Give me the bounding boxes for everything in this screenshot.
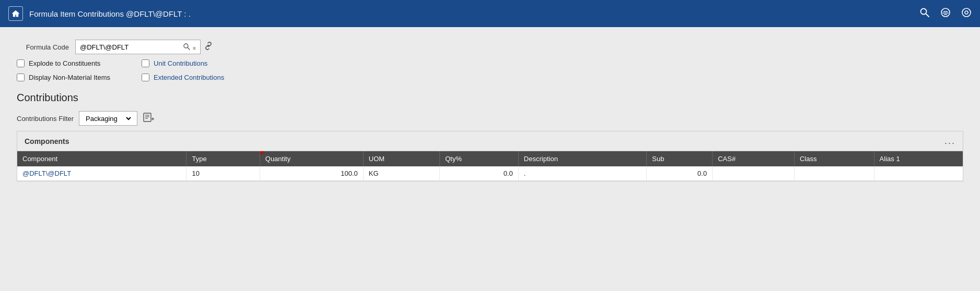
- col-component: Component: [17, 151, 186, 166]
- components-container: Components ... Component Type Quantity U…: [17, 131, 963, 181]
- formula-code-label: Formula Code: [17, 43, 69, 51]
- col-sub: Sub: [647, 151, 713, 166]
- formula-input-wrap: ≡: [75, 40, 213, 54]
- col-description: Description: [518, 151, 646, 166]
- search-filter-icon: ≡: [193, 45, 196, 51]
- cell-qty-pct: 0.0: [440, 166, 519, 181]
- cell-description: .: [518, 166, 646, 181]
- explode-constituents-checkbox[interactable]: [17, 59, 25, 67]
- filter-select-wrapper[interactable]: Packaging All Components Ingredients: [79, 111, 137, 126]
- unit-contributions-label: Unit Contributions: [154, 59, 207, 67]
- col-type: Type: [186, 151, 260, 166]
- col-class: Class: [794, 151, 874, 166]
- col-uom: UOM: [363, 151, 439, 166]
- right-checkboxes: Unit Contributions Extended Contribution…: [142, 59, 224, 81]
- contributions-title: Contributions: [17, 92, 963, 104]
- svg-point-0: [921, 8, 927, 14]
- settings-header-icon[interactable]: [961, 7, 972, 20]
- filter-action-button[interactable]: [143, 112, 154, 125]
- table-row: @DFLT\@DFLT 10 100.0 KG 0.0 . 0.0: [17, 166, 963, 181]
- link-icon: [204, 41, 213, 51]
- svg-point-7: [962, 8, 971, 17]
- formula-code-input[interactable]: [80, 43, 179, 51]
- cell-alias1: [874, 166, 963, 181]
- home-button[interactable]: [8, 6, 23, 21]
- search-header-icon[interactable]: [919, 7, 930, 20]
- display-non-material-checkbox[interactable]: [17, 74, 25, 81]
- svg-line-9: [188, 47, 190, 50]
- formula-link-button[interactable]: [204, 41, 213, 53]
- filter-label: Contributions Filter: [17, 115, 74, 123]
- display-non-material-item: Display Non-Material Items: [17, 74, 110, 81]
- components-header: Components ...: [17, 131, 963, 151]
- extended-contributions-item: Extended Contributions: [142, 74, 224, 81]
- display-non-material-label: Display Non-Material Items: [29, 74, 110, 81]
- table-header-row: Component Type Quantity UOM Qty% Descrip…: [17, 151, 963, 166]
- main-content: Formula Code ≡: [0, 27, 980, 291]
- contributions-filter-select[interactable]: Packaging All Components Ingredients: [84, 114, 133, 123]
- header-actions: [919, 7, 972, 20]
- cell-uom: KG: [363, 166, 439, 181]
- svg-point-2: [941, 8, 950, 17]
- components-section-title: Components: [25, 137, 69, 146]
- cell-quantity: 100.0: [260, 166, 363, 181]
- col-qty-pct: Qty%: [440, 151, 519, 166]
- sort-indicator: [260, 151, 264, 155]
- more-options-button[interactable]: ...: [944, 136, 955, 147]
- search-icon: [183, 43, 190, 50]
- explode-constituents-label: Explode to Constituents: [29, 59, 100, 67]
- filter-row: Contributions Filter Packaging All Compo…: [17, 111, 963, 126]
- extended-contributions-checkbox[interactable]: [142, 74, 149, 81]
- unit-contributions-item: Unit Contributions: [142, 59, 224, 67]
- table-header: Component Type Quantity UOM Qty% Descrip…: [17, 151, 963, 166]
- formula-code-row: Formula Code ≡: [17, 40, 963, 54]
- page-title: Formula Item Contributions @DFLT\@DFLT :…: [29, 9, 913, 18]
- left-checkboxes: Explode to Constituents Display Non-Mate…: [17, 59, 110, 81]
- cell-sub: 0.0: [647, 166, 713, 181]
- cell-class: [794, 166, 874, 181]
- formula-search-button[interactable]: ≡: [183, 43, 196, 52]
- svg-line-1: [926, 14, 929, 17]
- extended-contributions-label: Extended Contributions: [154, 74, 224, 81]
- formula-input-container: ≡: [75, 40, 201, 54]
- svg-point-6: [965, 11, 968, 14]
- col-cas: CAS#: [713, 151, 795, 166]
- components-table: Component Type Quantity UOM Qty% Descrip…: [17, 151, 963, 181]
- col-alias1: Alias 1: [874, 151, 963, 166]
- unit-contributions-checkbox[interactable]: [142, 59, 149, 67]
- cell-type: 10: [186, 166, 260, 181]
- table-body: @DFLT\@DFLT 10 100.0 KG 0.0 . 0.0: [17, 166, 963, 181]
- app-header: Formula Item Contributions @DFLT\@DFLT :…: [0, 0, 980, 27]
- contributions-section: Contributions Contributions Filter Packa…: [17, 92, 963, 181]
- col-quantity: Quantity: [260, 151, 363, 166]
- cell-component: @DFLT\@DFLT: [17, 166, 186, 181]
- svg-rect-10: [144, 113, 151, 122]
- filter-header-icon[interactable]: [940, 7, 951, 20]
- component-link[interactable]: @DFLT\@DFLT: [22, 169, 71, 177]
- filter-action-icon: [143, 112, 154, 123]
- checkboxes-area: Explode to Constituents Display Non-Mate…: [17, 59, 963, 81]
- cell-cas: [713, 166, 795, 181]
- home-icon: [11, 9, 20, 18]
- explode-constituents-item: Explode to Constituents: [17, 59, 110, 67]
